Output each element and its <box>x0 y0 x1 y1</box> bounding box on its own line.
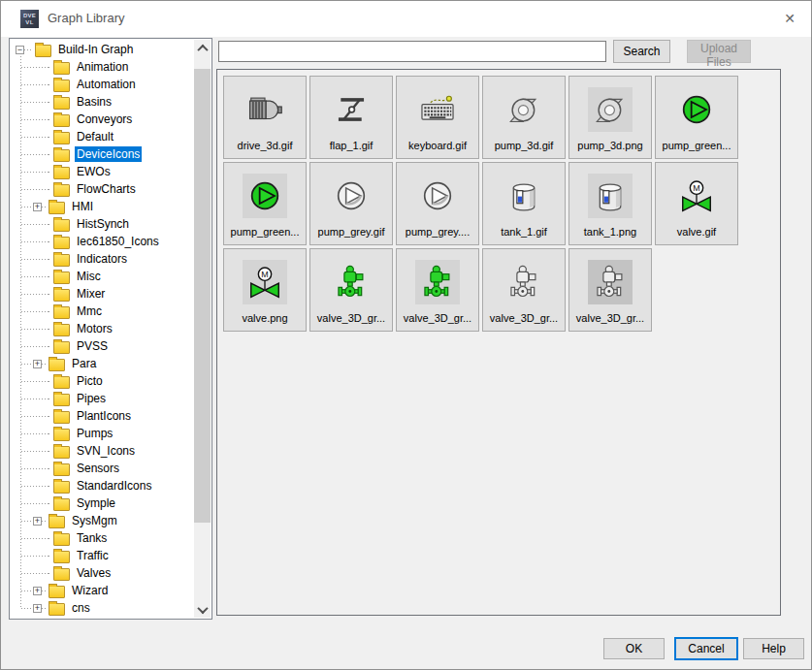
folder-icon <box>53 463 70 476</box>
folder-icon <box>53 219 70 232</box>
tree-item[interactable]: + cns <box>10 599 194 617</box>
tree-item[interactable]: Animation <box>10 58 194 76</box>
tree-expander-icon[interactable]: + <box>33 203 42 211</box>
tree-item[interactable]: Sensors <box>10 460 194 477</box>
tree-item[interactable]: Mixer <box>10 285 194 303</box>
tree-item[interactable]: Conveyors <box>10 111 194 128</box>
folder-icon <box>53 62 70 75</box>
folder-icon <box>49 202 65 214</box>
library-tile[interactable]: tank_1.gif <box>482 162 566 245</box>
tree-item[interactable]: Basins <box>10 93 194 111</box>
help-button[interactable]: Help <box>743 638 804 659</box>
scroll-down-icon[interactable] <box>194 601 211 618</box>
pump-green-icon <box>678 91 715 128</box>
folder-icon <box>49 603 65 616</box>
library-tile[interactable]: valve.gif <box>655 162 738 245</box>
tree-item[interactable]: Misc <box>10 268 194 285</box>
folder-icon <box>53 446 70 459</box>
tree-item[interactable]: PVSS <box>10 337 194 355</box>
scrollbar-thumb[interactable] <box>194 69 211 523</box>
tree-item[interactable]: FlowCharts <box>10 180 194 198</box>
tree-item[interactable]: + Para <box>10 355 194 372</box>
folder-icon <box>53 97 70 110</box>
tree-item[interactable]: Default <box>10 128 194 145</box>
tree-item[interactable]: + Wizard <box>10 582 194 599</box>
tree-item[interactable]: DeviceIcons <box>10 145 194 163</box>
motor-3d-icon <box>246 91 283 128</box>
library-tile[interactable]: pump_green... <box>223 162 307 245</box>
tree-item-label: Misc <box>75 269 103 284</box>
valve-3d-grey-icon <box>505 264 542 301</box>
upload-files-button[interactable]: Upload Files <box>687 40 751 63</box>
close-icon[interactable]: ✕ <box>778 8 801 29</box>
tree-item[interactable]: Pipes <box>10 390 194 407</box>
tree-item[interactable]: Indicators <box>10 250 194 268</box>
tree-item[interactable]: StandardIcons <box>10 477 194 495</box>
tree-item[interactable]: + HMI <box>10 198 194 215</box>
tree-item-label: Wizard <box>70 583 110 598</box>
tree-item[interactable]: Tanks <box>10 529 194 547</box>
library-tile[interactable]: drive_3d.gif <box>223 76 307 159</box>
tree-item[interactable]: SVN_Icons <box>10 442 194 460</box>
search-input[interactable] <box>218 41 606 62</box>
tree-item[interactable]: Symple <box>10 495 194 512</box>
tree-item[interactable]: Traffic <box>10 547 194 564</box>
scroll-up-icon[interactable] <box>194 40 211 56</box>
tree-expander-icon[interactable]: + <box>33 517 42 526</box>
tile-label: flap_1.gif <box>310 140 392 151</box>
tree-expander-icon[interactable]: + <box>33 604 42 613</box>
tree-item[interactable]: Mmc <box>10 303 194 320</box>
library-tile[interactable]: pump_3d.gif <box>482 76 566 159</box>
library-tile[interactable]: valve_3D_gr... <box>309 248 393 332</box>
tree-item-label: PlantIcons <box>75 408 133 424</box>
folder-icon <box>53 306 70 319</box>
library-tile[interactable]: pump_grey.gif <box>309 162 393 245</box>
tree-item[interactable]: Motors <box>10 320 194 337</box>
library-tile[interactable]: valve_3D_gr... <box>482 248 566 332</box>
tree-item-label: Indicators <box>75 251 129 267</box>
tree-item[interactable]: Automation <box>10 76 194 93</box>
folder-icon <box>53 568 70 581</box>
tree-expander-icon[interactable]: + <box>33 587 42 595</box>
library-tile[interactable]: pump_green... <box>655 76 738 159</box>
search-button[interactable]: Search <box>613 40 670 63</box>
tree-item[interactable]: Pumps <box>10 425 194 442</box>
library-tile[interactable]: keyboard.gif <box>396 76 479 159</box>
folder-icon <box>35 45 51 57</box>
folder-icon <box>53 481 70 494</box>
library-tile[interactable]: pump_grey.... <box>396 162 479 245</box>
cancel-button[interactable]: Cancel <box>674 637 738 660</box>
folder-icon <box>53 271 70 284</box>
tree-item[interactable]: + SysMgm <box>10 512 194 529</box>
tree-expander-icon[interactable]: + <box>33 360 42 368</box>
folder-icon <box>53 289 70 302</box>
titlebar: DVE VL Graph Library ✕ <box>1 1 811 37</box>
folder-icon <box>49 516 65 528</box>
tree-scrollbar[interactable] <box>194 40 211 618</box>
tree-item[interactable]: HistSynch <box>10 215 194 233</box>
library-tile[interactable]: pump_3d.png <box>568 76 652 159</box>
tree-item[interactable]: − Build-In Graph <box>10 41 194 58</box>
folder-icon <box>53 411 70 424</box>
tree-expander-icon[interactable]: − <box>16 46 24 54</box>
valve-motor-green-icon <box>678 177 715 214</box>
tree-item-label: EWOs <box>75 164 113 179</box>
library-tile[interactable]: flap_1.gif <box>309 76 393 159</box>
ok-button[interactable]: OK <box>603 638 665 659</box>
tree-item-label: Picto <box>75 373 105 389</box>
tree-item[interactable]: Picto <box>10 372 194 390</box>
tree-item[interactable]: EWOs <box>10 163 194 180</box>
tree-item[interactable]: Valves <box>10 564 194 582</box>
library-tile[interactable]: valve_3D_gr... <box>396 248 479 332</box>
tree-item-label: HistSynch <box>75 216 131 232</box>
tree-item-label: HMI <box>70 199 95 214</box>
valve-3d-green-icon <box>333 264 370 301</box>
library-tile[interactable]: valve_3D_gr... <box>568 248 652 332</box>
folder-icon <box>53 132 70 144</box>
tree-item[interactable]: Iec61850_Icons <box>10 233 194 250</box>
tree-item-label: Build-In Graph <box>56 42 135 57</box>
tree-item[interactable]: PlantIcons <box>10 407 194 425</box>
library-tile[interactable]: valve.png <box>223 248 307 332</box>
library-tile[interactable]: tank_1.png <box>568 162 652 245</box>
folder-icon <box>53 80 70 92</box>
